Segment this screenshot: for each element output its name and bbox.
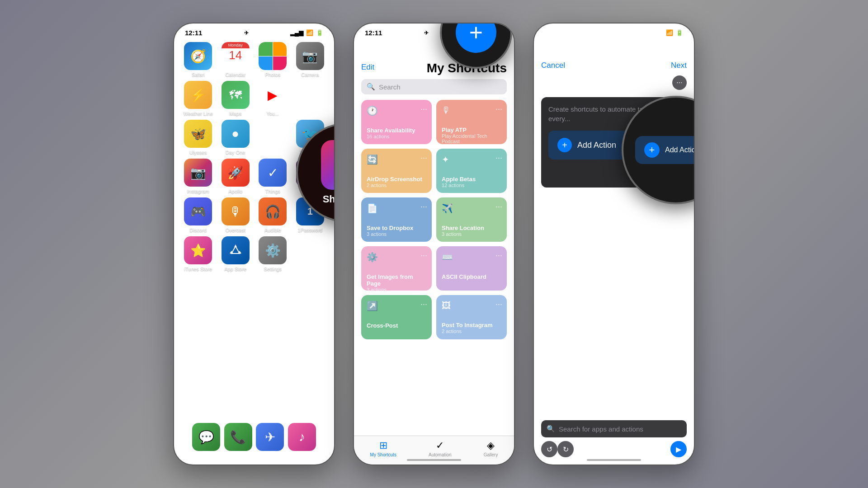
shortcut-play-atp[interactable]: 🎙 ··· Play ATP Play Accidental Tech Podc… (436, 100, 507, 144)
home-indicator-2 (407, 459, 461, 461)
apple-betas-subtitle: 12 actions (442, 183, 501, 188)
airdrop-icon: 🔄 (367, 154, 426, 165)
shortcuts-name: Shortcuts (323, 193, 335, 205)
app-audible[interactable]: 🎧 Audible (256, 197, 290, 233)
instagram-sc-title: Post To Instagram (442, 322, 501, 328)
dock-music[interactable]: ♪ (288, 423, 316, 451)
search-bar[interactable]: 🔍 Search (361, 79, 507, 94)
tab-automation[interactable]: ✓ Automation (429, 440, 452, 457)
cancel-button[interactable]: Cancel (541, 61, 565, 70)
tab-my-shortcuts[interactable]: ⊞ My Shortcuts (370, 440, 396, 457)
app-camera[interactable]: 📷 Camera (293, 42, 327, 77)
airdrop-subtitle: 2 actions (367, 183, 426, 188)
app-placeholder[interactable] (293, 81, 327, 116)
shortcut-apple-betas[interactable]: ✦ ··· Apple Betas 12 actions (436, 149, 507, 193)
time-3: 12:11 (545, 29, 562, 37)
dock-phone[interactable]: 📞 (224, 423, 252, 451)
shortcut-airdrop[interactable]: 🔄 ··· AirDrop Screenshot 2 actions (361, 149, 432, 193)
play-atp-title: Play ATP (442, 127, 501, 133)
apollo-label: Apollo (228, 188, 242, 194)
audible-icon: 🎧 (259, 197, 287, 225)
app-ulysses[interactable]: 🦋 Ulysses (181, 120, 215, 155)
location-subtitle: 3 actions (442, 231, 501, 237)
app-safari[interactable]: 🧭 Safari (181, 42, 215, 77)
shortcut-location[interactable]: ✈️ ··· Share Location 3 actions (436, 197, 507, 242)
status-bar-1: 12:11 ✈ ▂▄▆ 📶 🔋 (174, 23, 334, 38)
app-weatherline[interactable]: ⚡ Weather Line (181, 81, 215, 116)
calendar-icon: Monday 14 (222, 42, 250, 70)
more-options-button[interactable]: ··· (672, 75, 687, 90)
airdrop-title: AirDrop Screenshot (367, 176, 426, 183)
youtube-label: You... (266, 111, 279, 116)
shortcut-crosspost[interactable]: ↗️ ··· Cross-Post (361, 295, 432, 339)
get-images-title: Get Images from Page (367, 273, 426, 287)
my-shortcuts-tab-icon: ⊞ (379, 440, 387, 451)
app-settings[interactable]: ⚙️ Settings (256, 236, 290, 272)
wifi-icon: 📶 (306, 29, 313, 36)
undo-button[interactable]: ↺ (541, 441, 557, 457)
instagram-sc-icon: 🖼 (442, 300, 501, 311)
edit-button[interactable]: Edit (361, 63, 374, 72)
phone-homescreen: 12:11 ✈ ▂▄▆ 📶 🔋 🧭 Safari Monday (173, 23, 335, 465)
send-button[interactable]: ▶ (670, 441, 687, 457)
ascii-title: ASCII Clipboard (442, 273, 501, 280)
dot-4 (261, 278, 264, 281)
new-shortcut-header: Cancel Next (534, 38, 694, 75)
dropbox-more[interactable]: ··· (420, 202, 427, 211)
get-images-icon: ⚙️ (367, 252, 426, 263)
app-discord[interactable]: 🎮 Discord (181, 197, 215, 233)
appstore-label: App Store (224, 266, 246, 272)
camera-icon: 📷 (296, 42, 324, 70)
location-more[interactable]: ··· (495, 202, 502, 211)
status-icons-3: ▂▄▆ 📶 🔋 (650, 29, 683, 36)
get-images-subtitle: 3 actions (367, 287, 426, 292)
safari-label: Safari (192, 72, 205, 77)
play-atp-more[interactable]: ··· (495, 104, 502, 114)
app-dayone[interactable]: ● Day One (219, 120, 253, 155)
apple-betas-more[interactable]: ··· (495, 153, 502, 163)
dock-messages[interactable]: 💬 (192, 423, 220, 451)
get-images-more[interactable]: ··· (420, 251, 427, 260)
redo-button[interactable]: ↻ (557, 441, 574, 457)
apple-betas-title: Apple Betas (442, 176, 501, 183)
discord-label: Discord (190, 227, 207, 233)
dock-spark[interactable]: ✈ (256, 423, 284, 451)
app-overcast[interactable]: 🎙 Overcast (219, 197, 253, 233)
shortcut-instagram[interactable]: 🖼 ··· Post To Instagram 2 actions (436, 295, 507, 339)
next-button[interactable]: Next (671, 61, 687, 70)
crosspost-more[interactable]: ··· (420, 300, 427, 309)
app-appstore[interactable]: App Store (219, 236, 253, 272)
app-itunes[interactable]: ⭐ iTunes Store (181, 236, 215, 272)
shortcut-share-availability[interactable]: 🕐 ··· Share Availability 16 actions (361, 100, 432, 144)
airdrop-more[interactable]: ··· (420, 153, 427, 163)
app-apollo[interactable]: 🚀 Apollo (219, 159, 253, 194)
search-placeholder: Search (379, 83, 401, 91)
new-shortcut-title: New Sh... (541, 77, 585, 89)
time-2: 12:11 (365, 29, 382, 37)
share-avail-more[interactable]: ··· (420, 104, 427, 114)
add-action-inner[interactable]: + Add Action (635, 136, 695, 164)
instagram-sc-more[interactable]: ··· (495, 300, 502, 309)
ulysses-label: Ulysses (189, 150, 207, 155)
ascii-more[interactable]: ··· (495, 251, 502, 260)
search-actions-bar[interactable]: 🔍 Search for apps and actions (541, 420, 687, 437)
automation-tab-icon: ✓ (436, 440, 444, 451)
calendar-label: Calendar (225, 72, 245, 77)
overcast-label: Overcast (226, 227, 245, 233)
dock: 💬 📞 ✈ ♪ (181, 418, 327, 455)
app-maps[interactable]: 🗺 Maps (219, 81, 253, 116)
app-calendar[interactable]: Monday 14 Calendar (219, 42, 253, 77)
itunes-label: iTunes Store (184, 266, 212, 272)
app-photos[interactable]: Photos (256, 42, 290, 77)
app-youtube[interactable]: ▶ You... (256, 81, 290, 116)
shortcut-ascii[interactable]: ⌨️ ··· ASCII Clipboard (436, 246, 507, 291)
app-things[interactable]: ✓ Things (256, 159, 290, 194)
new-shortcut-title-row: New Sh... ··· (534, 75, 694, 97)
tab-gallery[interactable]: ◈ Gallery (484, 440, 498, 457)
shortcut-get-images[interactable]: ⚙️ ··· Get Images from Page 3 actions (361, 246, 432, 291)
status-icons-1: ▂▄▆ 📶 🔋 (290, 29, 323, 36)
phone-shortcuts: 12:11 ✈ ▂▄▆ 📶 🔋 Edit My Shortcuts 🔍 Sear… (353, 23, 515, 465)
shortcut-dropbox[interactable]: 📄 ··· Save to Dropbox 3 actions (361, 197, 432, 242)
app-instagram[interactable]: 📷 Instagram (181, 159, 215, 194)
gallery-tab-icon: ◈ (487, 440, 495, 451)
